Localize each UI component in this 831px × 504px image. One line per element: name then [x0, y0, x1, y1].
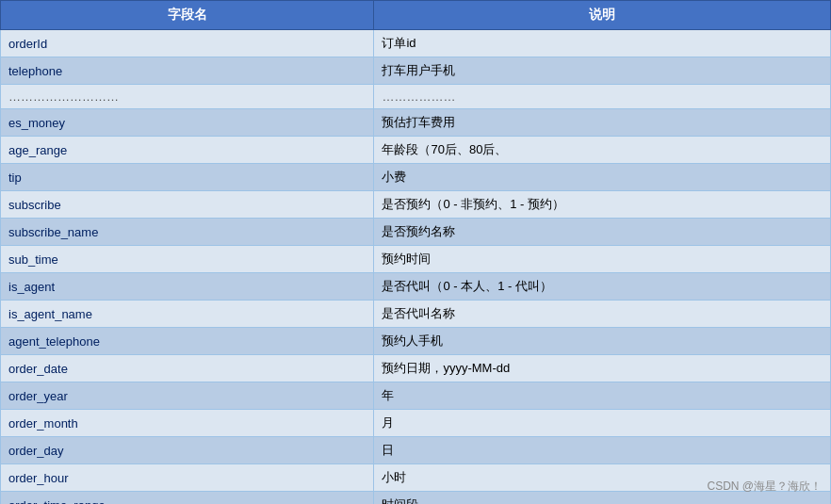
watermark-text: CSDN @海星？海欣！ — [707, 479, 822, 495]
table-row: order_hour小时 — [1, 464, 831, 492]
table-row: is_agent是否代叫（0 - 本人、1 - 代叫） — [1, 273, 831, 301]
table-header-row: 字段名 说明 — [1, 1, 831, 30]
description-cell: 是否预约名称 — [374, 219, 831, 246]
data-table: 字段名 说明 orderId订单idtelephone打车用户手机…………………… — [0, 0, 831, 504]
description-cell: 是否代叫（0 - 本人、1 - 代叫） — [374, 273, 831, 301]
field-name-cell: sub_time — [1, 246, 374, 273]
table-row: sub_time预约时间 — [1, 246, 831, 273]
header-field-name: 字段名 — [1, 1, 374, 30]
field-name-cell: subscribe — [1, 191, 374, 219]
table-row: subscribe_name是否预约名称 — [1, 219, 831, 246]
table-row: order_date预约日期，yyyy-MM-dd — [1, 355, 831, 382]
description-cell: 预约人手机 — [374, 328, 831, 355]
field-name-cell: is_agent — [1, 273, 374, 301]
header-description: 说明 — [374, 1, 831, 30]
field-name-cell: subscribe_name — [1, 219, 374, 246]
table-row: agent_telephone预约人手机 — [1, 328, 831, 355]
table-row: subscribe是否预约（0 - 非预约、1 - 预约） — [1, 191, 831, 219]
table-row: order_month月 — [1, 410, 831, 437]
field-name-cell: order_time_range — [1, 492, 374, 505]
description-cell: 小费 — [374, 164, 831, 191]
table-row: age_range年龄段（70后、80后、 — [1, 137, 831, 164]
description-cell: 打车用户手机 — [374, 57, 831, 85]
description-cell: 年龄段（70后、80后、 — [374, 137, 831, 164]
field-name-cell: order_day — [1, 437, 374, 464]
description-cell: 日 — [374, 437, 831, 464]
table-row: tip小费 — [1, 164, 831, 191]
table-row: order_year年 — [1, 382, 831, 410]
description-cell: 是否预约（0 - 非预约、1 - 预约） — [374, 191, 831, 219]
field-name-cell: tip — [1, 164, 374, 191]
description-cell: 预估打车费用 — [374, 109, 831, 137]
field-name-cell: is_agent_name — [1, 301, 374, 328]
field-name-cell: order_year — [1, 382, 374, 410]
field-name-cell: order_hour — [1, 464, 374, 492]
description-cell: 订单id — [374, 30, 831, 57]
field-name-cell: telephone — [1, 57, 374, 85]
field-name-cell: age_range — [1, 137, 374, 164]
table-row: order_time_range时间段 — [1, 492, 831, 505]
field-name-cell: order_month — [1, 410, 374, 437]
table-row: orderId订单id — [1, 30, 831, 57]
description-cell: 预约时间 — [374, 246, 831, 273]
description-cell: 月 — [374, 410, 831, 437]
table-row: ……………………………………… — [1, 85, 831, 109]
field-name-cell: ……………………… — [1, 85, 374, 109]
table-row: order_day日 — [1, 437, 831, 464]
description-cell: 是否代叫名称 — [374, 301, 831, 328]
table-container: 字段名 说明 orderId订单idtelephone打车用户手机…………………… — [0, 0, 831, 504]
field-name-cell: es_money — [1, 109, 374, 137]
table-row: es_money预估打车费用 — [1, 109, 831, 137]
field-name-cell: orderId — [1, 30, 374, 57]
table-row: is_agent_name是否代叫名称 — [1, 301, 831, 328]
description-cell: ……………… — [374, 85, 831, 109]
field-name-cell: order_date — [1, 355, 374, 382]
table-row: telephone打车用户手机 — [1, 57, 831, 85]
description-cell: 年 — [374, 382, 831, 410]
field-name-cell: agent_telephone — [1, 328, 374, 355]
description-cell: 预约日期，yyyy-MM-dd — [374, 355, 831, 382]
